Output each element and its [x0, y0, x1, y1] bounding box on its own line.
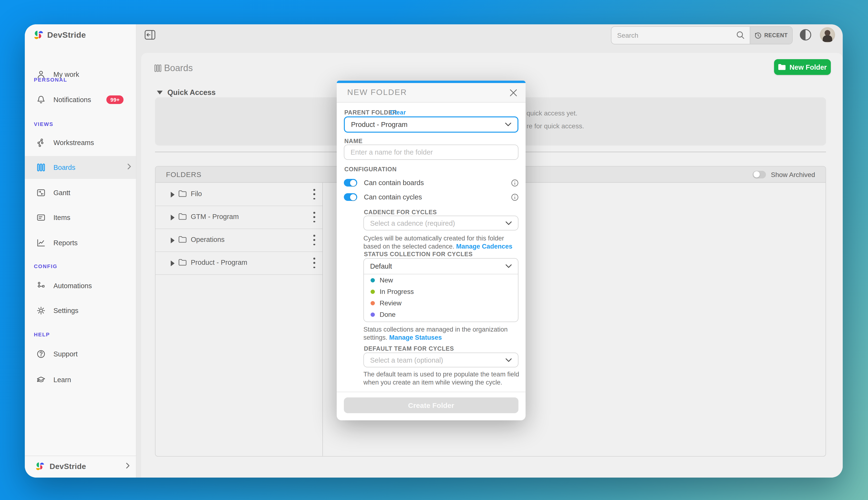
new-folder-button[interactable]: New Folder: [774, 59, 831, 75]
toggle-label: Can contain cycles: [364, 193, 422, 201]
quick-access-title: Quick Access: [167, 88, 216, 97]
name-label: NAME: [344, 138, 363, 145]
toggle-knob: [350, 180, 356, 186]
status-item-in-progress: In Progress: [364, 286, 518, 297]
folder-row-product-program[interactable]: Product - Program: [155, 251, 322, 275]
modal-title: NEW FOLDER: [347, 88, 407, 97]
search-input[interactable]: [611, 27, 750, 44]
status-item-new: New: [364, 274, 518, 286]
status-collection-value: Default: [370, 262, 392, 270]
sidebar-item-label: Reports: [54, 239, 78, 247]
parent-folder-value: Product - Program: [351, 121, 407, 128]
page-title: Boards: [164, 63, 193, 73]
chevron-down-icon: [506, 221, 512, 225]
recent-label: RECENT: [764, 32, 788, 38]
can-contain-cycles-toggle[interactable]: [344, 193, 357, 201]
team-help-text: The default team is used to pre populate…: [363, 371, 520, 386]
sidebar-item-learn[interactable]: Learn: [25, 370, 136, 389]
kebab-menu-icon[interactable]: [311, 235, 317, 245]
status-collection-value-row[interactable]: Default: [364, 259, 518, 274]
show-archived-control: Show Archived: [753, 171, 815, 178]
show-archived-toggle[interactable]: [753, 171, 766, 178]
sidebar-item-label: Settings: [54, 307, 79, 315]
desktop-background: DevStride PERSONAL My work Notifications…: [0, 0, 868, 500]
status-item-review: Review: [364, 297, 518, 309]
toggle-knob: [350, 194, 356, 200]
caret-right-icon: [171, 261, 175, 266]
show-archived-label: Show Archived: [771, 171, 815, 178]
cadence-label: CADENCE FOR CYCLES: [364, 209, 437, 216]
parent-folder-label: PARENT FOLDER: [344, 109, 397, 116]
brand-logo[interactable]: DevStride: [32, 29, 86, 42]
collapse-sidebar-button[interactable]: [144, 30, 155, 40]
clear-parent-link[interactable]: Clear: [390, 109, 406, 116]
folder-row-operations[interactable]: Operations: [155, 228, 322, 252]
cadence-select[interactable]: Select a cadence (required): [363, 216, 518, 230]
status-collection-label: STATUS COLLECTION FOR CYCLES: [364, 251, 473, 258]
manage-cadences-link[interactable]: Manage Cadences: [456, 242, 512, 250]
sidebar-item-label: Workstreams: [54, 139, 94, 147]
can-contain-boards-toggle[interactable]: [344, 179, 357, 186]
section-label-views: VIEWS: [34, 121, 54, 127]
org-name: DevStride: [50, 462, 86, 471]
folder-name: GTM - Program: [191, 213, 239, 220]
parent-folder-select[interactable]: Product - Program: [344, 116, 518, 133]
info-icon[interactable]: [511, 193, 518, 201]
user-avatar[interactable]: [820, 27, 835, 43]
recent-button[interactable]: RECENT: [750, 27, 792, 44]
sidebar-item-boards[interactable]: Boards: [25, 156, 136, 179]
reports-icon: [36, 238, 46, 248]
sidebar-item-label: Automations: [54, 282, 92, 289]
cadence-help-text: Cycles will be automatically created for…: [363, 235, 520, 250]
can-contain-boards-row: Can contain boards: [344, 179, 518, 186]
default-team-label: DEFAULT TEAM FOR CYCLES: [364, 345, 454, 352]
folder-icon: [778, 64, 786, 71]
gantt-icon: [36, 188, 46, 197]
devstride-logo-icon: [32, 30, 44, 41]
info-icon[interactable]: [511, 179, 518, 186]
status-dot: [371, 301, 375, 305]
search-box[interactable]: [611, 27, 750, 44]
status-dot: [371, 312, 375, 317]
sidebar-item-workstreams[interactable]: Workstreams: [25, 133, 136, 152]
sidebar-footer-divider: [25, 456, 136, 456]
theme-contrast-toggle[interactable]: [799, 29, 812, 41]
help-circle-icon: [36, 349, 46, 359]
sidebar-item-support[interactable]: Support: [25, 344, 136, 364]
folder-row-filo[interactable]: Filo: [155, 183, 322, 206]
modal-header: NEW FOLDER: [337, 83, 525, 103]
sidebar-item-label: My work: [54, 71, 79, 78]
default-team-select[interactable]: Select a team (optional): [363, 353, 518, 367]
kebab-menu-icon[interactable]: [311, 258, 317, 268]
sidebar-footer-org[interactable]: DevStride: [25, 457, 136, 476]
app-window: DevStride PERSONAL My work Notifications…: [25, 24, 843, 478]
create-folder-button[interactable]: Create Folder: [344, 397, 518, 413]
sidebar-item-automations[interactable]: Automations: [25, 276, 136, 295]
sidebar: DevStride PERSONAL My work Notifications…: [25, 24, 136, 478]
quick-access-header[interactable]: Quick Access: [157, 88, 216, 97]
folders-column-divider: [322, 183, 323, 456]
sidebar-item-reports[interactable]: Reports: [25, 233, 136, 252]
kebab-menu-icon[interactable]: [311, 189, 317, 200]
sidebar-item-gantt[interactable]: Gantt: [25, 183, 136, 202]
manage-statuses-link[interactable]: Manage Statuses: [389, 334, 442, 341]
close-icon[interactable]: [510, 89, 517, 96]
sidebar-item-label: Boards: [54, 164, 76, 171]
team-placeholder: Select a team (optional): [370, 356, 443, 364]
folder-name-input[interactable]: [344, 145, 518, 160]
sidebar-item-my-work[interactable]: My work: [25, 65, 136, 84]
sidebar-item-items[interactable]: Items: [25, 208, 136, 227]
folder-name: Operations: [191, 236, 224, 243]
status-help-text: Status collections are managed in the or…: [363, 326, 520, 342]
kebab-menu-icon[interactable]: [311, 212, 317, 222]
sidebar-item-settings[interactable]: Settings: [25, 301, 136, 320]
chevron-down-icon: [506, 264, 512, 268]
quick-access-empty-text: quick access yet.: [526, 109, 577, 117]
folder-row-gtm-program[interactable]: GTM - Program: [155, 206, 322, 229]
sidebar-item-label: Gantt: [54, 189, 70, 196]
boards-icon: [153, 64, 162, 75]
caret-right-icon: [171, 238, 175, 243]
modal-accent-bar: [337, 81, 525, 83]
search-icon: [736, 31, 745, 42]
sidebar-item-notifications[interactable]: Notifications 99+: [25, 90, 136, 109]
